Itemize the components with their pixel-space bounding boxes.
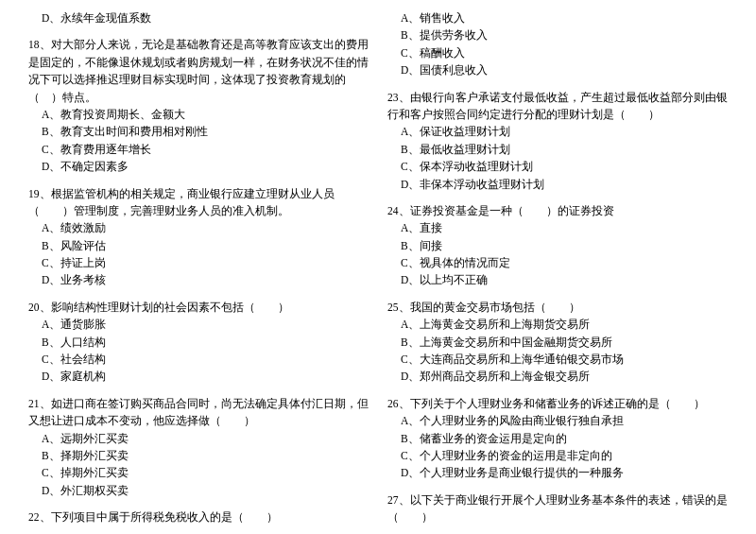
q22-option-c: C、稿酬收入 xyxy=(387,44,728,61)
q23-option-b: B、最低收益理财计划 xyxy=(387,141,728,158)
question-26-text: 26、下列关于个人理财业务和储蓄业务的诉述正确的是（ ） xyxy=(387,395,728,412)
question-25: 25、我国的黄金交易市场包括（ ） A、上海黄金交易所和上海期货交易所 B、上海… xyxy=(387,299,728,386)
q19-option-a: A、绩效激励 xyxy=(28,219,369,236)
main-columns: D、永续年金现值系数 18、对大部分人来说，无论是基础教育还是高等教育应该支出的… xyxy=(28,9,728,532)
q24-option-d: D、以上均不正确 xyxy=(387,271,728,288)
q18-option-d: D、不确定因素多 xyxy=(28,158,369,175)
left-column: D、永续年金现值系数 18、对大部分人来说，无论是基础教育还是高等教育应该支出的… xyxy=(28,9,369,532)
q26-option-c: C、个人理财业务的资金的运用是非定向的 xyxy=(387,447,728,464)
q26-option-a: A、个人理财业务的风险由商业银行独自承担 xyxy=(387,412,728,429)
question-23: 23、由银行向客户承诺支付最低收益，产生超过最低收益部分则由银行和客户按照合同约… xyxy=(387,89,728,193)
question-19: 19、根据监管机构的相关规定，商业银行应建立理财从业人员（ ）管理制度，完善理财… xyxy=(28,185,369,289)
right-column: A、销售收入 B、提供劳务收入 C、稿酬收入 D、国债利息收入 23、由银行向客… xyxy=(387,9,728,532)
q18-option-a: A、教育投资周期长、金额大 xyxy=(28,106,369,123)
q22-option-d: D、国债利息收入 xyxy=(387,61,728,78)
q19-option-b: B、风险评估 xyxy=(28,237,369,254)
q22-option-b: B、提供劳务收入 xyxy=(387,26,728,43)
question-24-text: 24、证券投资基金是一种（ ）的证券投资 xyxy=(387,202,728,219)
q18-option-c: C、教育费用逐年增长 xyxy=(28,141,369,158)
q25-option-c: C、大连商品交易所和上海华通铂银交易市场 xyxy=(387,351,728,368)
q20-option-b: B、人口结构 xyxy=(28,334,369,351)
q18-option-b: B、教育支出时间和费用相对刚性 xyxy=(28,123,369,140)
q23-option-c: C、保本浮动收益理财计划 xyxy=(387,158,728,175)
option-d-prev: D、永续年金现值系数 xyxy=(28,9,369,26)
question-27: 27、以下关于商业银行开展个人理财业务基本条件的表述，错误的是（ ） xyxy=(387,491,728,526)
q26-option-d: D、个人理财业务是商业银行提供的一种服务 xyxy=(387,464,728,481)
question-24: 24、证券投资基金是一种（ ）的证券投资 A、直接 B、间接 C、视具体的情况而… xyxy=(387,202,728,289)
q20-option-d: D、家庭机构 xyxy=(28,368,369,385)
question-19-text: 19、根据监管机构的相关规定，商业银行应建立理财从业人员（ ）管理制度，完善理财… xyxy=(28,185,369,220)
question-18-text: 18、对大部分人来说，无论是基础教育还是高等教育应该支出的费用是固定的，不能像退… xyxy=(28,36,369,106)
q24-option-a: A、直接 xyxy=(387,219,728,236)
question-27-text: 27、以下关于商业银行开展个人理财业务基本条件的表述，错误的是（ ） xyxy=(387,491,728,526)
q21-option-d: D、外汇期权买卖 xyxy=(28,482,369,499)
q25-option-a: A、上海黄金交易所和上海期货交易所 xyxy=(387,316,728,333)
question-18: 18、对大部分人来说，无论是基础教育还是高等教育应该支出的费用是固定的，不能像退… xyxy=(28,36,369,175)
q20-option-a: A、通货膨胀 xyxy=(28,316,369,333)
q25-option-b: B、上海黄金交易所和中国金融期货交易所 xyxy=(387,334,728,351)
q19-option-d: D、业务考核 xyxy=(28,271,369,288)
q19-option-c: C、持证上岗 xyxy=(28,254,369,271)
question-20-text: 20、影响结构性理财计划的社会因素不包括（ ） xyxy=(28,299,369,316)
q23-option-a: A、保证收益理财计划 xyxy=(387,123,728,140)
q25-option-d: D、郑州商品交易所和上海金银交易所 xyxy=(387,368,728,385)
question-21-text: 21、如进口商在签订购买商品合同时，尚无法确定具体付汇日期，但又想让进口成本不变… xyxy=(28,395,369,430)
q24-option-c: C、视具体的情况而定 xyxy=(387,254,728,271)
question-21: 21、如进口商在签订购买商品合同时，尚无法确定具体付汇日期，但又想让进口成本不变… xyxy=(28,395,369,499)
question-22: 22、下列项目中属于所得税免税收入的是（ ） xyxy=(28,508,369,525)
q20-option-c: C、社会结构 xyxy=(28,351,369,368)
q24-option-b: B、间接 xyxy=(387,237,728,254)
question-23-text: 23、由银行向客户承诺支付最低收益，产生超过最低收益部分则由银行和客户按照合同约… xyxy=(387,89,728,124)
question-22-text: 22、下列项目中属于所得税免税收入的是（ ） xyxy=(28,508,369,525)
question-26: 26、下列关于个人理财业务和储蓄业务的诉述正确的是（ ） A、个人理财业务的风险… xyxy=(387,395,728,482)
q22-option-a: A、销售收入 xyxy=(387,9,728,26)
q21-option-c: C、掉期外汇买卖 xyxy=(28,464,369,481)
q23-option-d: D、非保本浮动收益理财计划 xyxy=(387,176,728,193)
question-d-prev: D、永续年金现值系数 xyxy=(28,9,369,26)
question-22-options: A、销售收入 B、提供劳务收入 C、稿酬收入 D、国债利息收入 xyxy=(387,9,728,79)
q26-option-b: B、储蓄业务的资金运用是定向的 xyxy=(387,430,728,447)
question-25-text: 25、我国的黄金交易市场包括（ ） xyxy=(387,299,728,316)
q21-option-b: B、择期外汇买卖 xyxy=(28,447,369,464)
page-content: D、永续年金现值系数 18、对大部分人来说，无论是基础教育还是高等教育应该支出的… xyxy=(28,9,728,534)
question-20: 20、影响结构性理财计划的社会因素不包括（ ） A、通货膨胀 B、人口结构 C、… xyxy=(28,299,369,386)
q21-option-a: A、远期外汇买卖 xyxy=(28,430,369,447)
